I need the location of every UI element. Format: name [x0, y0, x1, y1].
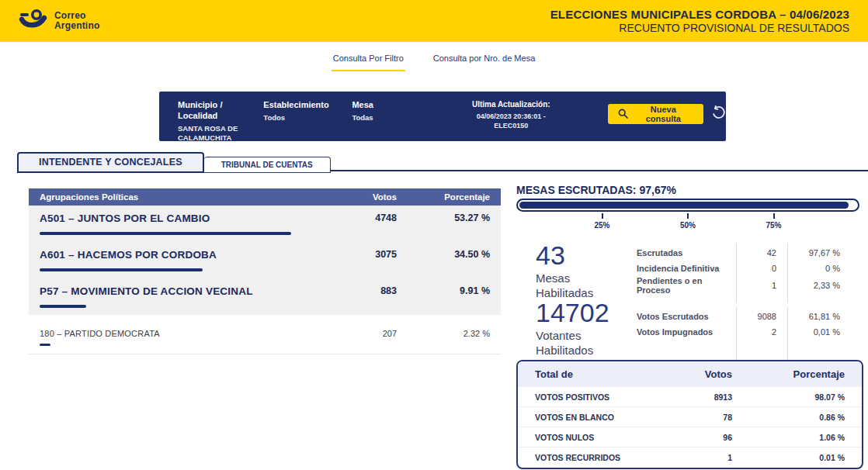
list-item: Pendientes o en Proceso 1 2,33 % [637, 276, 840, 292]
refresh-icon[interactable] [711, 105, 726, 120]
header-total-de: Total de [535, 368, 647, 380]
party-votes: 3075 [322, 249, 397, 260]
filter-establecimiento: Establecimiento Todos [263, 100, 338, 123]
tick-75: 75% [766, 213, 781, 230]
header-porcentaje: Porcentaje [397, 192, 490, 202]
last-update-label: Ultima Actualización: [444, 100, 578, 110]
correo-logo-icon [19, 8, 48, 34]
filter-municipio-label: Municipio / Localidad [178, 100, 246, 122]
party-pct: 34.50 % [397, 249, 490, 260]
filter-establecimiento-label: Establecimiento [263, 100, 338, 111]
party-votes: 883 [322, 285, 397, 296]
party-votes: 4748 [322, 213, 397, 223]
last-update-timestamp: 04/06/2023 20:36:01 - ELEC0150 [444, 112, 578, 130]
tab-consulta-por-nro-de-mesa[interactable]: Consulta por Nro. de Mesa [432, 49, 536, 67]
list-item: Escrutadas 42 97,67 % [637, 245, 840, 261]
filter-summary-bar: Municipio / Localidad SANTA ROSA DE CALA… [159, 92, 726, 141]
mesas-habilitadas-group: 43 Mesas Habilitadas Escrutadas 42 97,67… [536, 242, 862, 301]
title-line-2: RECUENTO PROVISIONAL DE RESULTADOS [550, 22, 849, 34]
table-row: P57 – MOVIMIENTO DE ACCION VECINAL 883 9… [29, 278, 501, 315]
party-name: 180 – PARTIDO DEMOCRATA [40, 329, 322, 338]
tick-50: 50% [680, 213, 696, 230]
nueva-consulta-label: Nueva consulta [634, 105, 693, 123]
scrutiny-progress-fill [519, 202, 849, 209]
table-row: VOTOS POSITIVOS 8913 98.07 % [518, 387, 862, 407]
header-agrupaciones: Agrupaciones Políticas [40, 192, 322, 202]
party-name: A601 – HACEMOS POR CORDOBA [40, 249, 322, 261]
party-vote-bar [40, 232, 291, 235]
table-row: VOTOS NULOS 96 1.06 % [518, 427, 862, 448]
parties-results-table: Agrupaciones Políticas Votos Porcentaje … [29, 188, 501, 354]
divider [787, 244, 788, 302]
mesas-escrutadas-title: MESAS ESCRUTADAS: 97,67% [516, 184, 676, 196]
header-votos: Votos [647, 368, 732, 380]
page-title: ELECCIONES MUNICIPALES CORDOBA – 04/06/2… [550, 8, 849, 34]
mesas-habilitadas-count: 43 [536, 242, 637, 268]
table-row: A501 – JUNTOS POR EL CAMBIO 4748 53.27 % [29, 206, 501, 242]
progress-ticks: 25% 50% 75% [516, 213, 859, 233]
divider [736, 244, 737, 302]
party-vote-bar [40, 268, 203, 271]
page: Correo Argentino ELECCIONES MUNICIPALES … [0, 0, 868, 470]
filter-municipio: Municipio / Localidad SANTA ROSA DE CALA… [178, 100, 246, 143]
list-item: Votos Impugnados 2 0,01 % [637, 324, 840, 340]
divider [736, 307, 737, 360]
filter-mesa-label: Mesa [352, 100, 418, 111]
tab-intendente-y-concejales[interactable]: INTENDENTE Y CONCEJALES [17, 152, 204, 173]
party-vote-bar [40, 344, 50, 346]
header-votos: Votos [322, 192, 397, 202]
tick-mark [601, 213, 602, 219]
parties-table-body: A501 – JUNTOS POR EL CAMBIO 4748 53.27 %… [29, 206, 501, 315]
party-vote-bar [40, 305, 86, 308]
tick-25: 25% [594, 213, 609, 230]
scrutiny-progress-bar [516, 199, 859, 212]
tab-tribunal-de-cuentas[interactable]: TRIBUNAL DE CUENTAS [204, 157, 331, 173]
filter-mesa: Mesa Todas [352, 100, 418, 123]
divider [787, 307, 788, 360]
party-name: P57 – MOVIMIENTO DE ACCION VECINAL [40, 285, 322, 297]
party-name: A501 – JUNTOS POR EL CAMBIO [40, 213, 322, 224]
party-pct: 9.91 % [397, 285, 490, 296]
title-line-1: ELECCIONES MUNICIPALES CORDOBA – 04/06/2… [550, 8, 849, 21]
mesas-habilitadas-label: Mesas Habilitadas [536, 271, 621, 301]
list-item: Votos Escrutados 9088 61,81 % [637, 309, 840, 324]
correo-argentino-logo[interactable]: Correo Argentino [19, 8, 99, 34]
party-votes: 207 [322, 329, 397, 338]
filter-establecimiento-value: Todos [263, 113, 338, 123]
section-tabs: INTENDENTE Y CONCEJALES TRIBUNAL DE CUEN… [17, 152, 331, 173]
header-porcentaje: Porcentaje [732, 368, 845, 380]
search-icon [618, 109, 628, 120]
table-row: VOTOS EN BLANCO 78 0.86 % [518, 407, 862, 427]
filter-municipio-value: SANTA ROSA DE CALAMUCHITA [178, 124, 246, 144]
tick-mark [687, 213, 689, 219]
table-row: 180 – PARTIDO DEMOCRATA 207 2.32 % [29, 320, 501, 354]
votantes-habilitados-count: 14702 [536, 299, 637, 326]
table-row: A601 – HACEMOS POR CORDOBA 3075 34.50 % [29, 242, 501, 278]
totals-table-header: Total de Votos Porcentaje [518, 361, 862, 387]
nueva-consulta-button[interactable]: Nueva consulta [608, 104, 703, 124]
party-pct: 53.27 % [397, 213, 490, 223]
parties-table-header: Agrupaciones Políticas Votos Porcentaje [29, 188, 501, 206]
votantes-habilitados-label: Votantes Habilitados [536, 329, 621, 358]
table-row: VOTOS RECURRIDOS 1 0.01 % [518, 448, 862, 468]
filter-mesa-value: Todas [352, 113, 418, 123]
logo-text: Correo Argentino [54, 11, 99, 31]
party-pct: 2.32 % [397, 329, 490, 338]
totals-table: Total de Votos Porcentaje VOTOS POSITIVO… [516, 360, 863, 469]
query-mode-tabs: Consulta Por Filtro Consulta por Nro. de… [0, 42, 868, 74]
last-update: Ultima Actualización: 04/06/2023 20:36:0… [444, 100, 578, 130]
tab-consulta-por-filtro[interactable]: Consulta Por Filtro [332, 49, 405, 71]
tick-mark [773, 213, 774, 219]
votantes-habilitados-group: 14702 Votantes Habilitados Votos Escruta… [536, 299, 862, 358]
top-header-bar: Correo Argentino ELECCIONES MUNICIPALES … [0, 0, 868, 42]
list-item: Incidencia Definitiva 0 0 % [637, 261, 840, 276]
